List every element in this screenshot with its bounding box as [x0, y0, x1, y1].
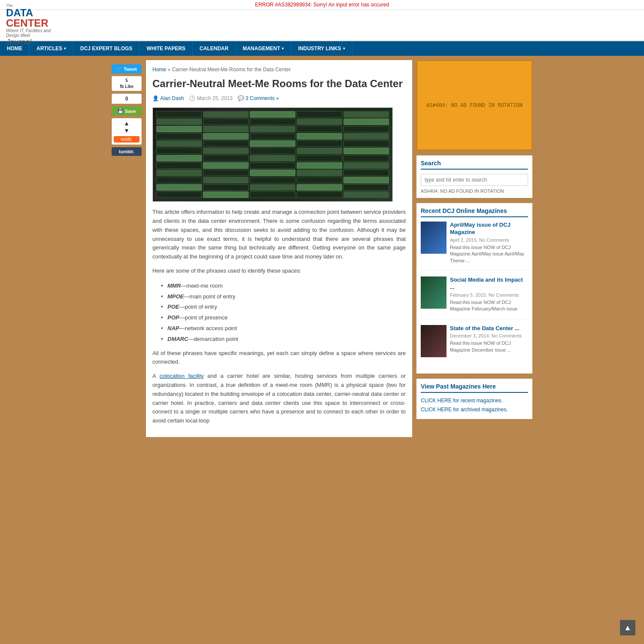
comment-icon: 💬 — [238, 95, 244, 101]
magazine-thumbnail — [421, 325, 447, 357]
list-item: DMARC—demarcation point — [161, 334, 406, 345]
list-item: MPOE—main point of entry — [161, 292, 406, 302]
nav-home[interactable]: HOME — [0, 41, 30, 56]
comments-info: 💬 3 Comments » — [238, 95, 279, 101]
upvote-arrow: ▲ — [124, 120, 130, 126]
tweet-button[interactable]: 🐦 Tweet — [112, 64, 142, 73]
logo-main-text: DATA CENTER — [6, 8, 63, 28]
para4-prefix: A — [152, 373, 159, 379]
search-title: Search — [421, 160, 528, 170]
fb-label: fb Like — [120, 84, 134, 89]
tweet-label: Tweet — [124, 67, 137, 72]
magazine-date: April 2, 2015, No Comments — [450, 237, 528, 243]
management-dropdown-arrow: ▾ — [282, 46, 284, 51]
nav-management-label: MANAGEMENT — [243, 46, 280, 52]
magazine-title[interactable]: State of the Data Center ... — [450, 325, 528, 332]
magazine-item: State of the Data Center ... December 3,… — [421, 325, 528, 363]
nav-calendar-label: CALENDAR — [200, 46, 228, 52]
article-image — [152, 107, 393, 202]
breadcrumb-home[interactable]: Home — [152, 67, 166, 73]
view-past-title: View Past Magazines Here — [421, 383, 528, 393]
magazine-date: February 5, 2015, No Comments — [450, 292, 528, 298]
magazine-item: Social Media and its Impact ... February… — [421, 276, 528, 319]
nav-home-label: HOME — [7, 46, 22, 52]
tumblr-button[interactable]: tumblr. — [112, 147, 142, 156]
site-logo[interactable]: The DATA CENTER Where IT, Facilities and… — [4, 13, 64, 37]
logo-area[interactable]: The DATA CENTER Where IT, Facilities and… — [4, 13, 64, 37]
fb-count: 5 — [125, 78, 128, 83]
breadcrumb: Home » Carrier-Neutral Meet-Me Rooms for… — [152, 67, 406, 73]
view-past-magazines-section: View Past Magazines Here CLICK HERE for … — [416, 379, 532, 419]
article-title: Carrier-Neutral Meet-Me Rooms for the Da… — [152, 77, 406, 90]
nav-industry-links[interactable]: INDUSTRY LINKS ▾ — [291, 41, 352, 56]
magazine-info: Social Media and its Impact ... February… — [450, 276, 528, 313]
site-header: The DATA CENTER Where IT, Facilities and… — [0, 10, 644, 41]
magazine-info: State of the Data Center ... December 3,… — [450, 325, 528, 357]
article-para-4: A colocation facility and a carrier hote… — [152, 372, 406, 425]
archived-magazines-link[interactable]: CLICK HERE for archived magazines. — [421, 407, 508, 413]
search-ad-error: AS#404: NO AD FOUND IN ROTATION — [421, 188, 528, 194]
view-past-links: CLICK HERE for recent magazines. CLICK H… — [421, 396, 528, 415]
right-sidebar: AS#404: NO AD FOUND IN ROTATION Search A… — [416, 60, 532, 437]
reddit-button[interactable]: reddit. — [114, 136, 140, 143]
nav-calendar[interactable]: CALENDAR — [193, 41, 236, 56]
nav-expert-blogs-label: DCJ EXPERT BLOGS — [80, 46, 132, 52]
list-item: NAP—network access point — [161, 323, 406, 334]
article-body: This article offers information to help … — [152, 208, 406, 425]
logo-tagline: Where IT, Facilities and Design Meet — [6, 28, 63, 38]
search-input[interactable] — [421, 174, 528, 186]
calendar-icon: 🕐 — [189, 95, 195, 101]
magazine-date: December 3, 2014, No Comments — [450, 333, 528, 338]
ad-error-text: AS#404: NO AD FOUND IN ROTATION — [426, 102, 522, 108]
advertisement-box: AS#404: NO AD FOUND IN ROTATION — [416, 60, 532, 150]
article-content: Home » Carrier-Neutral Meet-Me Rooms for… — [146, 60, 412, 437]
facebook-like-button[interactable]: 5 fb Like — [112, 76, 142, 91]
nav-white-papers-label: WHITE PAPERS — [146, 46, 185, 52]
list-item: MMR—meet-me room — [161, 281, 406, 292]
industry-links-dropdown-arrow: ▾ — [343, 46, 345, 51]
tumblr-label: tumblr. — [119, 149, 135, 154]
magazine-thumbnail — [421, 276, 447, 309]
article-list: MMR—meet-me room MPOE—main point of entr… — [161, 281, 406, 345]
nav-articles[interactable]: ARTICLES ▾ — [30, 41, 73, 56]
magazine-desc: Read this issue NOW of DCJ Magazine Dece… — [450, 340, 528, 353]
error-text: ERROR #AS382989934: Sorry! An input erro… — [255, 2, 389, 8]
article-para-3: All of these phrases have specific meani… — [152, 349, 406, 367]
save-button[interactable]: 💾 Save — [112, 106, 142, 115]
recent-magazines-title: Recent DCJ Online Magazines — [421, 207, 528, 217]
magazine-info: April/May issue of DCJ Magazine April 2,… — [450, 222, 528, 264]
article-para-1: This article offers information to help … — [152, 208, 406, 261]
magazine-title[interactable]: Social Media and its Impact ... — [450, 276, 528, 291]
nav-management[interactable]: MANAGEMENT ▾ — [236, 41, 291, 56]
main-navigation: HOME ARTICLES ▾ DCJ EXPERT BLOGS WHITE P… — [0, 41, 644, 56]
date-info: 🕐 March 25, 2013 — [189, 95, 232, 101]
save-icon: 💾 — [118, 108, 124, 114]
breadcrumb-separator: » — [167, 67, 170, 73]
nav-industry-links-label: INDUSTRY LINKS — [298, 46, 341, 52]
nav-articles-label: ARTICLES — [36, 46, 62, 52]
comments-link[interactable]: 3 Comments » — [246, 95, 279, 101]
nav-expert-blogs[interactable]: DCJ EXPERT BLOGS — [73, 41, 140, 56]
nav-white-papers[interactable]: WHITE PAPERS — [140, 41, 192, 56]
search-section: Search AS#404: NO AD FOUND IN ROTATION — [416, 155, 532, 198]
magazine-title[interactable]: April/May issue of DCJ Magazine — [450, 222, 528, 236]
breadcrumb-current: Carrier-Neutral Meet-Me Rooms for the Da… — [172, 67, 291, 73]
reddit-vote-widget: ▲ ▼ reddit. — [112, 118, 142, 145]
article-meta: 👤 Alan Dash 🕐 March 25, 2013 💬 3 Comment… — [152, 95, 406, 101]
server-rack-image — [153, 108, 392, 201]
colocation-link[interactable]: colocation facility — [159, 373, 204, 379]
article-date: March 25, 2013 — [197, 95, 232, 101]
author-name[interactable]: Alan Dash — [160, 95, 184, 101]
magazine-thumbnail — [421, 222, 447, 254]
save-label: Save — [125, 109, 136, 114]
recent-magazines-section: Recent DCJ Online Magazines April/May is… — [416, 203, 532, 374]
recent-magazines-link[interactable]: CLICK HERE for recent magazines. — [421, 398, 503, 404]
top-error-bar: ERROR #AS382989934: Sorry! An input erro… — [0, 0, 644, 10]
author-info: 👤 Alan Dash — [152, 95, 184, 101]
author-icon: 👤 — [152, 95, 159, 101]
magazine-item: April/May issue of DCJ Magazine April 2,… — [421, 222, 528, 270]
list-item: POE—point of entry — [161, 302, 406, 313]
social-sidebar: 🐦 Tweet 5 fb Like 0 💾 Save ▲ ▼ reddit. t… — [112, 60, 142, 437]
magazine-desc: Read this issue NOW of DCJ Magazine Apri… — [450, 244, 528, 264]
list-item: POP—point of presence — [161, 313, 406, 323]
